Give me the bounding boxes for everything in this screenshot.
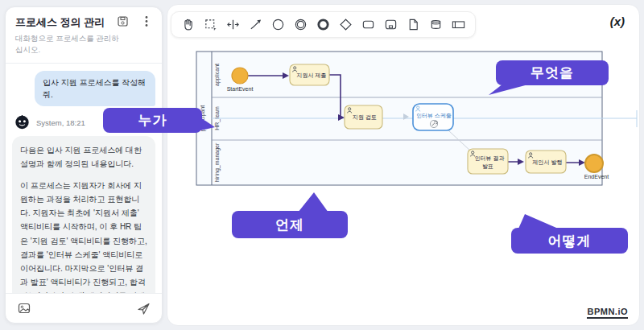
task-review-label: 지원 검토 (353, 114, 377, 120)
system-sender-timestamp: System, 18:21 (36, 118, 85, 127)
chat-panel: 프로세스 정의 관리 대화형으로 프로세스를 관리하십시오. 입사 지원 프로세… (5, 6, 163, 324)
start-event-label: StartEvent (227, 86, 254, 92)
task-result-label-line1: 인터뷰 결과 (475, 155, 505, 161)
chat-subtitle: 대화형으로 프로세스를 관리하십시오. (15, 33, 120, 56)
task-schedule-label: 인터뷰 스케줄 (416, 113, 452, 118)
end-event[interactable] (585, 155, 603, 172)
callout-when-tail (296, 192, 330, 213)
chat-header: 프로세스 정의 관리 대화형으로 프로세스를 관리하십시오. (6, 7, 162, 64)
app-root: 프로세스 정의 관리 대화형으로 프로세스를 관리하십시오. 입사 지원 프로세… (0, 0, 644, 330)
task-submit-label: 지원서 제출 (297, 72, 327, 78)
chat-messages: 입사 지원 프로세스를 작성해줘. System, 18:21 다음은 입사 지… (6, 64, 162, 294)
attach-image-icon[interactable] (17, 301, 31, 316)
wrench-icon[interactable] (430, 120, 437, 127)
task-result-label-line2: 발표 (482, 163, 493, 169)
start-event[interactable] (232, 68, 248, 84)
more-menu-icon[interactable] (139, 14, 154, 28)
end-event-label: EndEvent (584, 174, 609, 179)
callout-who-tail (200, 117, 216, 131)
callout-who: 누가 (103, 108, 202, 133)
send-icon[interactable] (136, 301, 151, 316)
callout-how: 어떻게 (511, 228, 628, 254)
system-message: 다음은 입사 지원 프로세스에 대한 설명과 함께 정의된 내용입니다. 이 프… (12, 136, 155, 294)
callout-what: 무엇을 (496, 60, 609, 85)
robot-avatar (14, 113, 31, 132)
lane-label-applicant: applicant (214, 64, 221, 86)
task-offer-label: 제안서 발행 (532, 159, 563, 166)
callout-when: 언제 (232, 211, 348, 238)
diagram-canvas[interactable]: (x) participant applicant HR_team hiring… (167, 4, 640, 326)
lane-label-hiring-manager: hiring_manager (214, 142, 221, 182)
system-paragraph: 이 프로세스는 지원자가 회사에 지원하는 과정을 처리하고 표현합니다. 지원… (20, 179, 147, 293)
bpmn-io-watermark[interactable]: BPMN.iO (587, 307, 628, 319)
system-paragraph: 다음은 입사 지원 프로세스에 대한 설명과 함께 정의된 내용입니다. (20, 143, 147, 171)
save-icon[interactable] (115, 14, 130, 28)
chat-input-bar (6, 293, 162, 323)
bpmn-diagram: participant applicant HR_team hiring_man… (167, 5, 640, 326)
user-message: 입사 지원 프로세스를 작성해줘. (35, 71, 155, 106)
